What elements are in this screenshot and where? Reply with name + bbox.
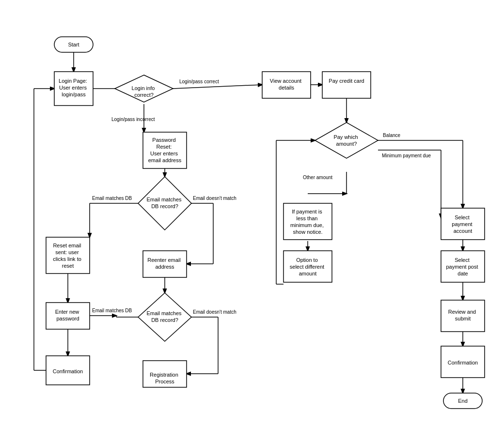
confirmation-left-label: Confirmation (53, 368, 83, 374)
end-label: End (458, 398, 468, 404)
select-payment-account-label: Select payment account (452, 214, 473, 234)
connector-correct-view (173, 85, 262, 89)
login-page-label: Login Page: User enters login/pass (59, 78, 89, 97)
label-login-correct: Login/pass correct (179, 79, 219, 84)
pay-credit-card-shape (322, 72, 371, 98)
label-email-matches-db2: Email matches DB (92, 308, 132, 313)
start-label: Start (68, 42, 79, 47)
label-other: Other amount (303, 175, 332, 180)
label-minpay: Minimum payment due (382, 153, 431, 158)
label-login-incorrect: Login/pass incorrect (111, 117, 155, 122)
label-email-matches-db: Email matches DB (92, 196, 132, 201)
label-email-nomatch2: Email doesn't match (193, 309, 236, 315)
pay-credit-card-label: Pay credit card (329, 78, 364, 84)
label-email-nomatch1: Email doesn't match (193, 196, 236, 201)
confirmation-right-label: Confirmation (448, 360, 478, 365)
label-balance: Balance (383, 133, 401, 138)
